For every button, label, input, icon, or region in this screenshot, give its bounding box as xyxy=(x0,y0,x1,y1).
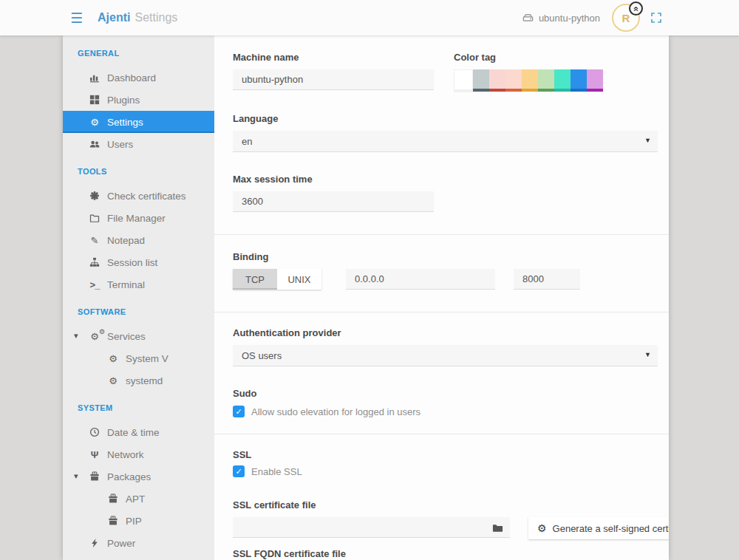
app-name: Ajenti xyxy=(98,11,130,24)
sidebar-item-users[interactable]: Users xyxy=(63,133,214,155)
select-caret-icon: ▼ xyxy=(644,137,651,144)
color-swatch-purple[interactable] xyxy=(587,69,603,92)
sidebar-item-label: System V xyxy=(126,353,168,364)
language-group: Language en ▼ xyxy=(233,113,658,152)
pencil-icon: ✎ xyxy=(88,235,101,246)
chevron-down-icon[interactable]: ▾ xyxy=(74,471,78,481)
color-tag-swatches xyxy=(454,69,603,92)
sidebar-item-label: APT xyxy=(126,494,145,505)
certificate-icon xyxy=(89,191,100,201)
sidebar-item-label: Power xyxy=(107,538,135,549)
max-session-input[interactable] xyxy=(233,191,434,212)
section-title-system: SYSTEM xyxy=(63,399,214,417)
color-swatch-grey[interactable] xyxy=(473,69,489,92)
users-icon xyxy=(89,139,100,149)
sidebar-item-file-manager[interactable]: File Manager xyxy=(63,207,214,229)
sidebar-item-notepad[interactable]: ✎ Notepad xyxy=(63,229,214,251)
binding-mode-unix[interactable]: UNIX xyxy=(277,269,321,290)
gift-icon xyxy=(108,494,118,504)
menu-toggle-icon[interactable]: ☰ xyxy=(70,11,83,25)
terminal-icon: >_ xyxy=(88,279,101,290)
sidebar-item-session-list[interactable]: Session list xyxy=(63,251,214,273)
sidebar-item-terminal[interactable]: >_ Terminal xyxy=(63,273,214,296)
auth-provider-label: Authentication provider xyxy=(233,327,658,338)
user-avatar[interactable]: R xyxy=(612,4,640,32)
sidebar-item-check-certificates[interactable]: Check certificates xyxy=(63,185,214,207)
sudo-checkbox[interactable] xyxy=(233,406,245,417)
hostname-badge: ubuntu-python xyxy=(522,13,600,24)
sidebar-item-label: Packages xyxy=(107,471,151,482)
sidebar: GENERAL Dashboard Plugins ⚙ Settings Use… xyxy=(63,35,214,560)
sidebar-item-settings[interactable]: ⚙ Settings xyxy=(63,111,214,133)
gear-icon: ⚙ xyxy=(537,522,547,534)
binding-port-input[interactable] xyxy=(514,269,580,290)
color-swatch-yellow[interactable] xyxy=(522,69,538,92)
breadcrumb: AjentiSettings xyxy=(98,11,177,24)
sidebar-item-packages[interactable]: ▾ Packages xyxy=(63,465,214,488)
folder-open-icon[interactable] xyxy=(492,522,503,533)
machine-name-input[interactable] xyxy=(233,69,434,90)
sidebar-item-pip[interactable]: PIP xyxy=(63,510,214,532)
elevation-badge xyxy=(629,1,643,16)
section-title-tools: TOOLS xyxy=(63,163,214,180)
sidebar-item-label: Check certificates xyxy=(107,191,186,202)
sidebar-item-label: Services xyxy=(107,331,146,342)
ssl-cert-label: SSL certificate file xyxy=(233,499,669,511)
sidebar-item-label: Dashboard xyxy=(107,72,156,83)
cogs-icon: ⚙⚙ xyxy=(88,331,101,342)
grid-icon xyxy=(89,95,100,105)
color-swatch-none[interactable] xyxy=(454,69,473,92)
chevron-down-icon[interactable]: ▾ xyxy=(74,331,78,341)
sidebar-item-label: Terminal xyxy=(107,279,145,290)
page-title: Settings xyxy=(135,11,178,24)
panel-auth: Authentication provider OS users ▼ Sudo … xyxy=(214,312,669,434)
generate-certificate-label: Generate a self-signed certificate xyxy=(553,523,669,534)
gear-icon: ⚙ xyxy=(106,353,120,364)
color-swatch-mint[interactable] xyxy=(554,69,571,92)
auth-provider-select[interactable]: OS users ▼ xyxy=(233,345,658,366)
generate-certificate-button[interactable]: ⚙ Generate a self-signed certificate xyxy=(528,517,669,539)
sidebar-section-tools: TOOLS Check certificates File Manager ✎ … xyxy=(63,155,214,296)
binding-host-input[interactable] xyxy=(346,269,495,290)
color-swatch-red[interactable] xyxy=(489,69,505,92)
sidebar-item-label: Network xyxy=(107,449,144,460)
avatar-letter: R xyxy=(622,12,630,24)
max-session-label: Max session time xyxy=(233,174,658,185)
ssl-label: SSL xyxy=(233,449,669,460)
sidebar-item-services[interactable]: ▾ ⚙⚙ Services xyxy=(63,325,214,347)
ssl-cert-file-input[interactable] xyxy=(233,517,510,538)
color-swatch-blue[interactable] xyxy=(571,69,587,92)
bolt-icon xyxy=(89,538,100,548)
sitemap-icon xyxy=(89,257,100,267)
binding-label: Binding xyxy=(233,251,658,262)
sidebar-item-dashboard[interactable]: Dashboard xyxy=(63,66,214,89)
color-swatch-salmon[interactable] xyxy=(505,69,522,92)
sidebar-section-software: SOFTWARE ▾ ⚙⚙ Services ⚙ System V ⚙ syst… xyxy=(63,296,214,392)
sidebar-item-network[interactable]: Ψ Network xyxy=(63,443,214,465)
sidebar-item-power[interactable]: Power xyxy=(63,532,214,554)
ssl-enable-checkbox[interactable] xyxy=(233,465,245,477)
ssl-cert-file-group xyxy=(233,517,510,538)
sudo-group: Sudo Allow sudo elevation for logged in … xyxy=(233,388,658,417)
sidebar-item-plugins[interactable]: Plugins xyxy=(63,89,214,111)
binding-mode-tcp[interactable]: TCP xyxy=(233,269,277,290)
color-swatch-green[interactable] xyxy=(538,69,554,92)
machine-name-group: Machine name xyxy=(233,52,434,92)
language-value: en xyxy=(233,131,658,152)
sidebar-item-label: systemd xyxy=(126,375,163,386)
sidebar-item-label: Users xyxy=(107,139,133,150)
gear-icon: ⚙ xyxy=(106,375,120,386)
ssl-enable-row[interactable]: Enable SSL xyxy=(233,465,669,477)
sidebar-item-system-v[interactable]: ⚙ System V xyxy=(63,347,214,369)
sidebar-item-systemd[interactable]: ⚙ systemd xyxy=(63,369,214,392)
sidebar-item-date-time[interactable]: Date & time xyxy=(63,421,214,443)
language-select[interactable]: en ▼ xyxy=(233,131,658,152)
hdd-icon xyxy=(522,13,534,24)
panel-general: Machine name Color tag Language en ▼ Max… xyxy=(214,35,669,234)
fullscreen-button[interactable] xyxy=(650,12,662,24)
ssl-fqdn-cert-label: SSL FQDN certificate file xyxy=(233,548,669,559)
sidebar-item-apt[interactable]: APT xyxy=(63,488,214,510)
auth-provider-value: OS users xyxy=(233,345,658,366)
gift-icon xyxy=(108,516,118,526)
sudo-checkbox-row[interactable]: Allow sudo elevation for logged in users xyxy=(233,406,658,417)
